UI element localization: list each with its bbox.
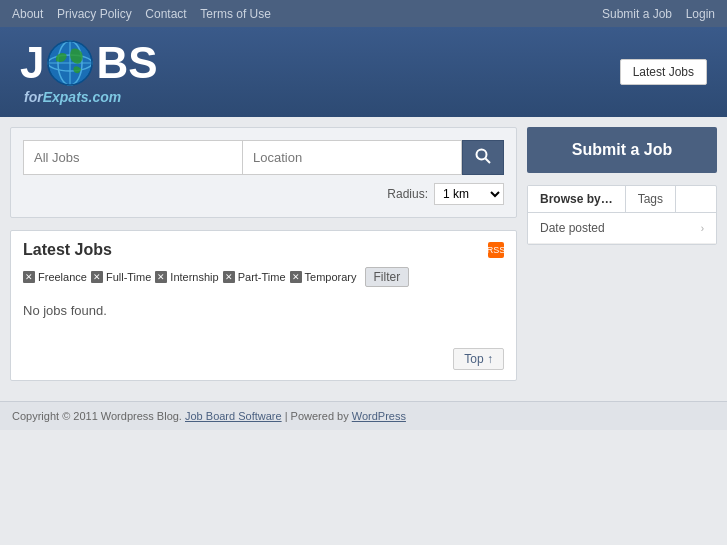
footer-separator: | Powered by: [285, 410, 352, 422]
remove-internship-icon[interactable]: ✕: [155, 271, 167, 283]
filter-tag-label: Temporary: [305, 271, 357, 283]
site-footer: Copyright © 2011 Wordpress Blog. Job Boa…: [0, 401, 727, 430]
radius-label: Radius:: [387, 187, 428, 201]
top-link[interactable]: Top ↑: [453, 348, 504, 370]
left-panel: Radius: 1 km 5 km 10 km 25 km 50 km 100 …: [10, 127, 517, 381]
browse-date-posted-item[interactable]: Date posted ›: [528, 213, 716, 244]
logo-subtitle: forExpats.com: [20, 89, 158, 105]
footer-wordpress-link[interactable]: WordPress: [352, 410, 406, 422]
header-latest-jobs-button[interactable]: Latest Jobs: [620, 59, 707, 85]
latest-jobs-header: Latest Jobs RSS: [23, 241, 504, 259]
no-jobs-message: No jobs found.: [23, 297, 504, 324]
top-link-row: Top ↑: [23, 340, 504, 370]
browse-tabs: Browse by… Tags: [528, 186, 716, 213]
browse-by-tab[interactable]: Browse by…: [528, 186, 626, 212]
filter-tag-label: Full-Time: [106, 271, 151, 283]
logo-expats: Expats: [43, 89, 89, 105]
search-button[interactable]: [462, 140, 504, 175]
site-logo: J BS forExpats.com: [20, 39, 158, 105]
logo-for: for: [24, 89, 43, 105]
filter-button[interactable]: Filter: [365, 267, 410, 287]
search-icon: [475, 148, 491, 164]
browse-date-posted-label: Date posted: [540, 221, 605, 235]
latest-jobs-title: Latest Jobs: [23, 241, 112, 259]
remove-parttime-icon[interactable]: ✕: [223, 271, 235, 283]
nav-terms[interactable]: Terms of Use: [200, 7, 271, 21]
logo-obs-text: BS: [96, 41, 157, 85]
browse-box: Browse by… Tags Date posted ›: [527, 185, 717, 245]
filter-tag-parttime: ✕ Part-Time: [223, 271, 286, 283]
search-box: Radius: 1 km 5 km 10 km 25 km 50 km 100 …: [10, 127, 517, 218]
filter-tag-freelance: ✕ Freelance: [23, 271, 87, 283]
logo-j-text: J: [20, 41, 44, 85]
footer-job-board-link[interactable]: Job Board Software: [185, 410, 282, 422]
logo-com: .com: [89, 89, 122, 105]
filter-tag-label: Freelance: [38, 271, 87, 283]
filter-tag-internship: ✕ Internship: [155, 271, 218, 283]
tags-tab[interactable]: Tags: [626, 186, 676, 212]
remove-freelance-icon[interactable]: ✕: [23, 271, 35, 283]
search-row: [23, 140, 504, 175]
filter-tag-label: Internship: [170, 271, 218, 283]
chevron-right-icon: ›: [701, 223, 704, 234]
job-search-input[interactable]: [23, 140, 242, 175]
svg-line-7: [486, 159, 491, 164]
svg-point-6: [477, 150, 487, 160]
radius-row: Radius: 1 km 5 km 10 km 25 km 50 km 100 …: [23, 183, 504, 205]
radius-select[interactable]: 1 km 5 km 10 km 25 km 50 km 100 km: [434, 183, 504, 205]
filter-tag-label: Part-Time: [238, 271, 286, 283]
nav-submit-job[interactable]: Submit a Job: [602, 7, 672, 21]
nav-privacy[interactable]: Privacy Policy: [57, 7, 132, 21]
nav-contact[interactable]: Contact: [145, 7, 186, 21]
filter-tags-row: ✕ Freelance ✕ Full-Time ✕ Internship ✕ P…: [23, 267, 504, 287]
nav-about[interactable]: About: [12, 7, 43, 21]
rss-icon[interactable]: RSS: [488, 242, 504, 258]
submit-job-button[interactable]: Submit a Job: [527, 127, 717, 173]
logo-globe-icon: [46, 39, 94, 87]
filter-tag-fulltime: ✕ Full-Time: [91, 271, 151, 283]
nav-login[interactable]: Login: [686, 7, 715, 21]
footer-copyright: Copyright © 2011 Wordpress Blog.: [12, 410, 182, 422]
main-wrapper: Radius: 1 km 5 km 10 km 25 km 50 km 100 …: [0, 117, 727, 391]
top-nav-right: Submit a Job Login: [592, 6, 715, 21]
location-search-input[interactable]: [242, 140, 462, 175]
site-header: J BS forExpats.com Latest Jobs: [0, 27, 727, 117]
top-navigation: About Privacy Policy Contact Terms of Us…: [0, 0, 727, 27]
remove-fulltime-icon[interactable]: ✕: [91, 271, 103, 283]
filter-tag-temporary: ✕ Temporary: [290, 271, 357, 283]
latest-jobs-section: Latest Jobs RSS ✕ Freelance ✕ Full-Time …: [10, 230, 517, 381]
remove-temporary-icon[interactable]: ✕: [290, 271, 302, 283]
top-nav-left: About Privacy Policy Contact Terms of Us…: [12, 6, 281, 21]
right-panel: Submit a Job Browse by… Tags Date posted…: [527, 127, 717, 381]
